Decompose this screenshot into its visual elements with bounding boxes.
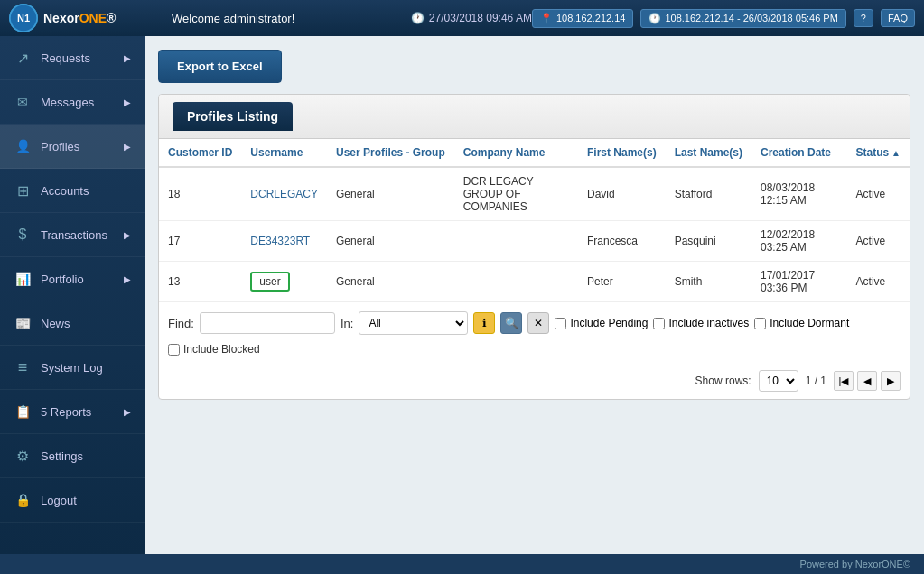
cell-creation-date: 12/02/2018 03:25 AM [751, 221, 847, 262]
page-navigation: |◀ ◀ ▶ [834, 371, 901, 391]
username-link[interactable]: DE34323RT [250, 235, 310, 247]
sidebar: Requests ▶ Messages ▶ Profiles ▶ Account… [0, 36, 145, 554]
include-blocked-label: Include Blocked [183, 343, 260, 356]
clear-button[interactable]: ✕ [527, 312, 549, 334]
cell-status: Active [847, 167, 910, 221]
include-dormant-checkbox-group[interactable]: Include Dormant [754, 317, 849, 329]
in-label: In: [341, 317, 353, 330]
header-right: 📍 108.162.212.14 🕐 108.162.212.14 - 26/0… [532, 9, 915, 28]
cell-customer-id: 13 [159, 262, 241, 302]
logo-icon: N1 [9, 4, 38, 32]
cell-last-name: Pasquini [666, 221, 751, 262]
first-page-button[interactable]: |◀ [834, 371, 854, 391]
in-select[interactable]: All Customer ID Username Company Name [359, 311, 468, 335]
table-row: 18 DCRLEGACY General DCR LEGACY GROUP OF… [159, 167, 910, 221]
prev-page-button[interactable]: ◀ [857, 371, 877, 391]
next-page-button[interactable]: ▶ [881, 371, 901, 391]
search-button[interactable]: 🔍 [500, 312, 522, 334]
help-button[interactable]: ? [854, 9, 873, 27]
cell-group: General [327, 221, 454, 262]
sidebar-label-logout: Logout [41, 494, 77, 507]
include-pending-checkbox-group[interactable]: Include Pending [555, 317, 648, 329]
requests-icon [14, 49, 32, 67]
rows-per-page-select[interactable]: 10 25 50 [759, 370, 798, 392]
include-blocked-checkbox[interactable] [168, 344, 180, 356]
clock-icon: 🕐 [411, 12, 425, 24]
include-dormant-label: Include Dormant [770, 317, 849, 329]
col-user-profiles-group: User Profiles - Group [327, 139, 454, 167]
include-inactives-checkbox[interactable] [653, 318, 665, 329]
col-company-name: Company Name [454, 139, 578, 167]
include-pending-label: Include Pending [570, 317, 648, 329]
include-dormant-checkbox[interactable] [754, 318, 766, 329]
sidebar-item-system-log[interactable]: System Log [0, 346, 145, 390]
top-header: N1 NexorONE® Welcome administrator! 🕐 27… [0, 0, 924, 36]
table-row: 17 DE34323RT General Francesca Pasquini … [159, 221, 910, 262]
arrow-icon: ▶ [124, 407, 131, 417]
sidebar-item-accounts[interactable]: Accounts [0, 169, 145, 213]
find-input[interactable] [200, 312, 335, 334]
logo-text: NexorONE® [43, 11, 116, 25]
col-customer-id: Customer ID [159, 139, 241, 167]
sidebar-label-news: News [41, 317, 70, 330]
sidebar-item-profiles[interactable]: Profiles ▶ [0, 125, 145, 169]
profiles-table-container: Profiles Listing Customer ID Username Us… [158, 94, 910, 400]
header-welcome: Welcome administrator! [154, 12, 393, 25]
profiles-listing-tab[interactable]: Profiles Listing [173, 102, 293, 131]
cell-first-name: Francesca [578, 221, 666, 262]
username-link[interactable]: DCRLEGACY [250, 188, 318, 200]
col-creation-date: Creation Date [751, 139, 847, 167]
sidebar-item-logout[interactable]: Logout [0, 478, 145, 523]
col-status[interactable]: Status [847, 139, 910, 167]
sidebar-label-transactions: Transactions [41, 228, 107, 242]
sidebar-item-transactions[interactable]: Transactions ▶ [0, 213, 145, 257]
sidebar-item-settings[interactable]: Settings [0, 434, 145, 478]
messages-icon [14, 93, 32, 111]
cell-customer-id: 18 [159, 167, 241, 221]
info-button[interactable]: ℹ [473, 312, 495, 334]
sidebar-item-news[interactable]: News [0, 301, 145, 346]
pagination-row: Show rows: 10 25 50 1 / 1 |◀ ◀ ▶ [159, 363, 910, 399]
footer-text: Powered by NexorONE© [800, 559, 910, 569]
arrow-icon: ▶ [124, 53, 131, 63]
main-content: Export to Excel Profiles Listing Custome… [145, 36, 924, 554]
filter-row: Find: In: All Customer ID Username Compa… [159, 302, 910, 339]
sidebar-label-requests: Requests [41, 51, 90, 65]
sidebar-item-messages[interactable]: Messages ▶ [0, 80, 145, 125]
cell-last-name: Stafford [666, 167, 751, 221]
accounts-icon [14, 181, 32, 199]
sidebar-label-settings: Settings [41, 449, 83, 463]
footer: Powered by NexorONE© [0, 554, 924, 574]
arrow-icon: ▶ [124, 97, 131, 107]
cell-group: General [327, 167, 454, 221]
sidebar-label-portfolio: Portfolio [41, 273, 84, 286]
table-row: 13 user General Peter Smith 17/01/2017 0… [159, 262, 910, 302]
col-username: Username [241, 139, 327, 167]
sidebar-item-portfolio[interactable]: Portfolio ▶ [0, 257, 145, 301]
arrow-icon: ▶ [124, 142, 131, 152]
portfolio-icon [14, 270, 32, 288]
show-rows-label: Show rows: [695, 375, 751, 387]
username-button[interactable]: user [250, 272, 289, 292]
include-inactives-checkbox-group[interactable]: Include inactives [653, 317, 749, 329]
faq-button[interactable]: FAQ [881, 9, 915, 27]
cell-status: Active [847, 262, 910, 302]
location-icon: 📍 [540, 13, 553, 24]
include-pending-checkbox[interactable] [555, 318, 566, 329]
cell-last-name: Smith [666, 262, 751, 302]
cell-company [454, 221, 578, 262]
sidebar-label-profiles: Profiles [41, 140, 79, 153]
logout-icon [14, 491, 32, 509]
table-header-tab: Profiles Listing [159, 95, 910, 139]
cell-company: DCR LEGACY GROUP OF COMPANIES [454, 167, 578, 221]
sidebar-item-reports[interactable]: 5 Reports ▶ [0, 390, 145, 434]
find-label: Find: [168, 317, 194, 330]
page-info: 1 / 1 [806, 375, 826, 387]
sidebar-item-requests[interactable]: Requests ▶ [0, 36, 145, 80]
system-log-icon [14, 358, 32, 376]
sidebar-label-messages: Messages [41, 96, 94, 109]
arrow-icon: ▶ [124, 274, 131, 284]
sidebar-label-accounts: Accounts [41, 184, 89, 198]
cell-username: user [241, 262, 327, 302]
export-excel-button[interactable]: Export to Excel [158, 50, 282, 83]
